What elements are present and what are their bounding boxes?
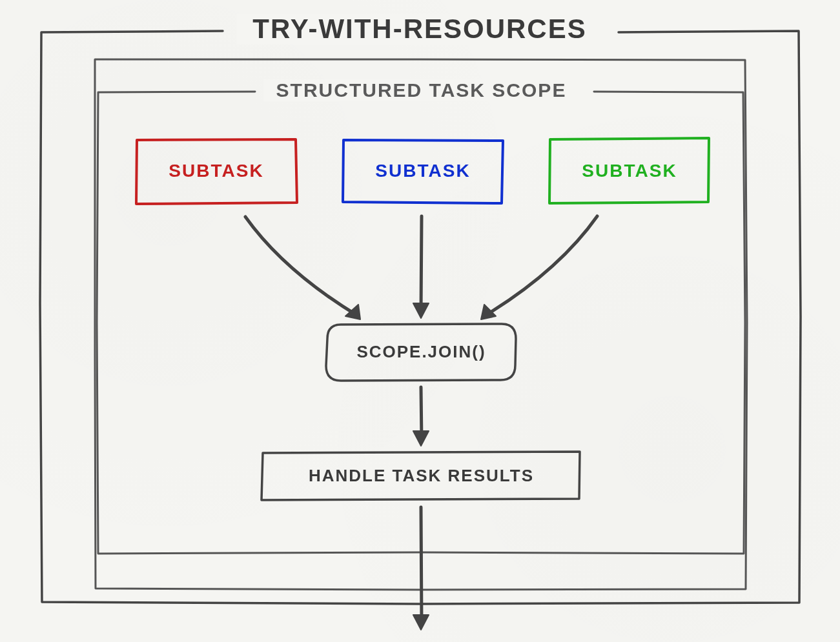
subtask-box-green: SUBTASK bbox=[549, 139, 710, 203]
subtask-label: SUBTASK bbox=[582, 161, 677, 181]
subtask-box-red: SUBTASK bbox=[136, 139, 297, 203]
subtask-box-blue: SUBTASK bbox=[342, 139, 504, 203]
diagram-canvas: TRY-WITH-RESOURCES STRUCTURED TASK SCOPE… bbox=[0, 0, 840, 642]
handle-results-box: HANDLE TASK RESULTS bbox=[261, 452, 581, 500]
join-label: SCOPE.JOIN() bbox=[356, 342, 486, 362]
scope-join-box: SCOPE.JOIN() bbox=[326, 323, 517, 381]
results-label: HANDLE TASK RESULTS bbox=[309, 466, 534, 486]
subtask-label: SUBTASK bbox=[169, 161, 263, 181]
subtask-label: SUBTASK bbox=[375, 161, 470, 181]
scope-box-title: STRUCTURED TASK SCOPE bbox=[263, 79, 580, 101]
outer-box-title: TRY-WITH-RESOURCES bbox=[236, 14, 602, 45]
